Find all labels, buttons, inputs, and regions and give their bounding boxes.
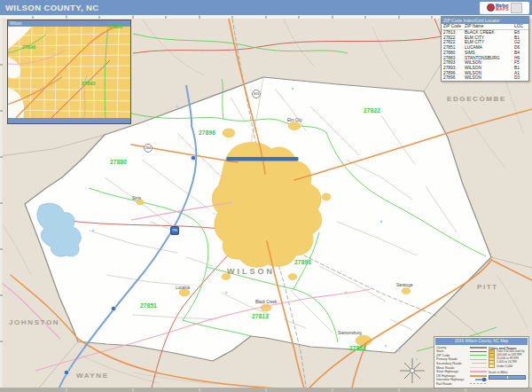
state-highway-sample — [470, 371, 487, 372]
minor-road-sample — [470, 367, 487, 368]
railroad-sample — [470, 383, 487, 385]
zip-code-index-table: ZIP Code Index/Grid Locator ZIP Code ZIP… — [441, 16, 529, 82]
inset-footer — [8, 118, 130, 123]
city-class-row: Under 5,000 — [489, 364, 529, 367]
inset-zip-27893: 27893 — [82, 81, 95, 86]
saratoga-area — [402, 288, 411, 294]
col-zip-code: ZIP Code — [442, 24, 465, 29]
map-legend: 2016 Wilson County, NC Map County State … — [434, 336, 529, 388]
logo-word-maps: MAPS — [496, 8, 509, 12]
col-loc: LOC — [514, 24, 528, 29]
legend-cities-column: Cities and Towns Over 250,000 and Up 100… — [487, 346, 529, 386]
i-795-shield-icon: 795 — [170, 226, 179, 235]
elm-city-area — [288, 122, 301, 130]
legend-item: Rail Roads — [436, 381, 487, 386]
state-line-sample — [470, 351, 487, 352]
sims-area — [137, 200, 144, 205]
secondary-road-sample — [472, 363, 487, 364]
zip-line-sample — [470, 355, 487, 356]
col-zip-name: ZIP Name — [465, 24, 514, 29]
us-301-shield-icon: 301 — [252, 90, 261, 98]
legend-symbols-column: County State ZIP Code Primary Roads Seco… — [436, 346, 487, 386]
cell-loc: D3 — [514, 75, 528, 81]
primary-road-sample — [470, 359, 487, 360]
map-title: WILSON COUNTY, NC — [5, 0, 99, 15]
downtown-inset-map: Wilson 27896 27893 27822 — [7, 20, 131, 124]
marketmaps-logo: Market MAPS — [480, 2, 529, 14]
highway-blue-bar — [227, 157, 299, 161]
lucama-area — [179, 289, 190, 296]
interstate-sample — [475, 379, 487, 380]
logo-side-badge — [511, 3, 522, 13]
inset-title: Wilson — [10, 20, 22, 27]
table-row: 27896WILSOND3 — [442, 75, 528, 81]
title-bar: WILSON COUNTY, NC Market MAPS — [0, 0, 532, 15]
scale-bar — [489, 375, 526, 380]
zip-table-header: ZIP Code Index/Grid Locator — [442, 17, 528, 24]
county-line-sample — [470, 347, 487, 349]
us-264-shield-icon: 264 — [144, 144, 153, 153]
legend-title: 2016 Wilson County, NC Map — [435, 338, 528, 345]
inset-zip-27896: 27896 — [22, 44, 35, 50]
inset-header: Wilson — [8, 20, 130, 27]
scale-label: Scale in Miles — [489, 370, 517, 373]
logo-globe-icon — [487, 4, 495, 12]
cell-zip: 27896 — [442, 75, 465, 81]
city-swatch — [489, 364, 495, 368]
zip-table-column-headers: ZIP Code ZIP Name LOC — [442, 24, 528, 30]
cell-name: WILSON — [465, 75, 514, 81]
us-highway-sample — [470, 375, 487, 377]
